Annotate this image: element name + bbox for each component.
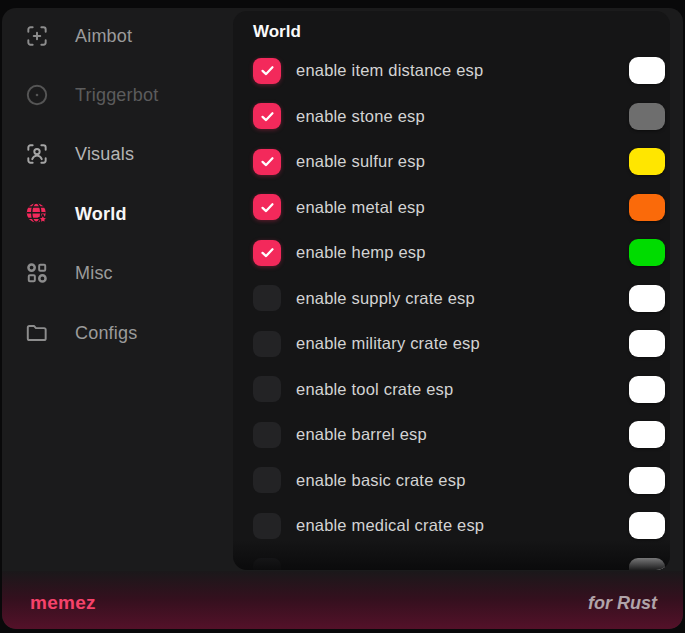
setting-label: enable supply crate esp (296, 289, 475, 308)
esp-checkbox[interactable] (253, 58, 281, 84)
color-swatch[interactable] (629, 285, 665, 312)
setting-row: enable medical crate esp (233, 503, 670, 549)
crosshair-plus-icon (24, 23, 50, 49)
sidebar: Aimbot Triggerbot (2, 8, 233, 629)
globe-star-icon (24, 201, 50, 227)
sidebar-item-label: Misc (75, 263, 113, 284)
setting-row: enable supply crate esp (233, 276, 670, 322)
color-swatch[interactable] (629, 421, 665, 448)
checkmark-icon (259, 244, 276, 261)
shapes-grid-icon (24, 260, 50, 286)
color-swatch[interactable] (629, 512, 665, 539)
esp-checkbox[interactable] (253, 240, 281, 266)
setting-label: enable basic crate esp (296, 471, 466, 490)
setting-row: enable item distance esp (233, 48, 670, 94)
app-window: Aimbot Triggerbot (0, 0, 685, 633)
setting-row: enable hemp esp (233, 230, 670, 276)
color-swatch[interactable] (629, 148, 665, 175)
sidebar-item-visuals[interactable]: Visuals (24, 134, 134, 174)
user-scan-icon (24, 141, 50, 167)
esp-checkbox[interactable] (253, 103, 281, 129)
sidebar-item-label: Visuals (75, 144, 134, 165)
cheat-menu-window: Aimbot Triggerbot (2, 8, 683, 629)
color-swatch[interactable] (629, 330, 665, 357)
setting-row (233, 549, 670, 571)
sidebar-item-configs[interactable]: Configs (24, 313, 137, 353)
esp-checkbox[interactable] (253, 467, 281, 493)
esp-checkbox[interactable] (253, 422, 281, 448)
setting-label: enable hemp esp (296, 243, 426, 262)
esp-checkbox[interactable] (253, 285, 281, 311)
sidebar-item-label: Triggerbot (75, 85, 158, 106)
world-settings-panel: World enable item distance esp enable st… (233, 11, 670, 570)
settings-list[interactable]: enable item distance esp enable stone es… (233, 48, 670, 570)
brand-name: memez (30, 592, 96, 614)
esp-checkbox[interactable] (253, 513, 281, 539)
sidebar-item-triggerbot[interactable]: Triggerbot (24, 75, 158, 115)
setting-row: enable metal esp (233, 185, 670, 231)
setting-row: enable stone esp (233, 94, 670, 140)
color-swatch[interactable] (629, 467, 665, 494)
setting-row: enable military crate esp (233, 321, 670, 367)
folder-icon (24, 320, 50, 346)
sidebar-item-misc[interactable]: Misc (24, 253, 113, 293)
setting-label: enable item distance esp (296, 61, 483, 80)
setting-row: enable basic crate esp (233, 458, 670, 504)
setting-label: enable metal esp (296, 198, 425, 217)
setting-label: enable barrel esp (296, 425, 427, 444)
setting-row: enable tool crate esp (233, 367, 670, 413)
footer-bar: memez for Rust (2, 571, 683, 629)
setting-row: enable barrel esp (233, 412, 670, 458)
color-swatch[interactable] (629, 239, 665, 266)
brand-tagline: for Rust (588, 593, 657, 614)
setting-label: enable military crate esp (296, 334, 480, 353)
sidebar-item-label: Aimbot (75, 26, 132, 47)
setting-label: enable stone esp (296, 107, 425, 126)
setting-row: enable sulfur esp (233, 139, 670, 185)
sidebar-item-world[interactable]: World (24, 194, 127, 234)
esp-checkbox[interactable] (253, 331, 281, 357)
setting-label: enable tool crate esp (296, 380, 453, 399)
setting-label: enable sulfur esp (296, 152, 425, 171)
color-swatch[interactable] (629, 103, 665, 130)
sidebar-item-aimbot[interactable]: Aimbot (24, 16, 132, 56)
color-swatch[interactable] (629, 376, 665, 403)
color-swatch[interactable] (629, 194, 665, 221)
setting-label: enable medical crate esp (296, 516, 484, 535)
esp-checkbox[interactable] (253, 376, 281, 402)
checkmark-icon (259, 62, 276, 79)
esp-checkbox[interactable] (253, 194, 281, 220)
panel-title: World (253, 22, 301, 42)
color-swatch[interactable] (629, 57, 665, 84)
checkmark-icon (259, 199, 276, 216)
circle-dot-icon (24, 82, 50, 108)
color-swatch[interactable] (629, 558, 665, 570)
esp-checkbox[interactable] (253, 558, 281, 570)
checkmark-icon (259, 108, 276, 125)
sidebar-item-label: Configs (75, 323, 137, 344)
checkmark-icon (259, 153, 276, 170)
sidebar-item-label: World (75, 204, 127, 225)
esp-checkbox[interactable] (253, 149, 281, 175)
